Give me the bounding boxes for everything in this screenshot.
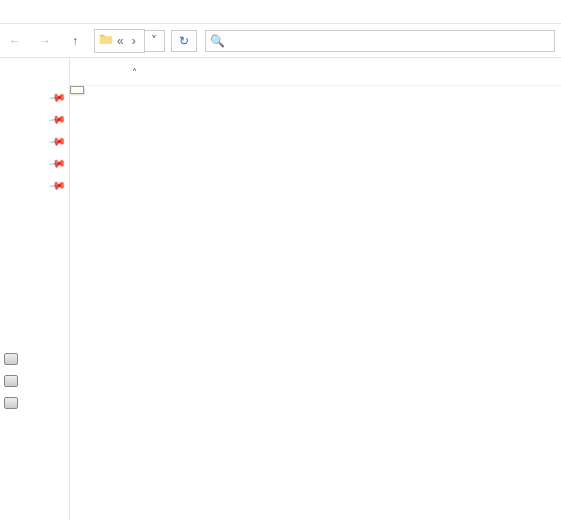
- nav-bar: ← → ↑ « › ˅ ↻ 🔍: [0, 24, 561, 58]
- ribbon-partial: [0, 0, 561, 24]
- up-button[interactable]: ↑: [62, 28, 88, 54]
- sidebar-item[interactable]: [0, 64, 69, 86]
- refresh-button[interactable]: ↻: [171, 30, 197, 52]
- pin-icon: 📌: [48, 176, 67, 195]
- sidebar-item[interactable]: 📌: [0, 130, 69, 152]
- sidebar-item[interactable]: [0, 196, 69, 218]
- search-input[interactable]: 🔍: [205, 30, 555, 52]
- forward-button[interactable]: →: [32, 28, 58, 54]
- sidebar-drive[interactable]: [0, 370, 69, 392]
- chevron-left-icon: «: [117, 34, 124, 48]
- sidebar: 📌 📌 📌 📌 📌: [0, 58, 70, 520]
- drive-icon: [4, 375, 18, 387]
- file-list-area: ˄: [70, 58, 561, 520]
- sidebar-item[interactable]: 📌: [0, 86, 69, 108]
- sidebar-item[interactable]: 📌: [0, 174, 69, 196]
- search-icon: 🔍: [210, 34, 225, 48]
- column-name[interactable]: ˄: [70, 65, 350, 79]
- sidebar-drive[interactable]: [0, 392, 69, 414]
- sort-indicator: ˄: [132, 67, 137, 78]
- back-button[interactable]: ←: [2, 28, 28, 54]
- pin-icon: 📌: [48, 132, 67, 151]
- sidebar-drive[interactable]: [0, 348, 69, 370]
- pin-icon: 📌: [48, 88, 67, 107]
- pin-icon: 📌: [48, 110, 67, 129]
- chevron-right-icon: ›: [132, 34, 136, 48]
- column-headers[interactable]: ˄: [70, 58, 561, 86]
- drive-icon: [4, 353, 18, 365]
- address-dropdown[interactable]: ˅: [145, 30, 165, 52]
- pin-icon: 📌: [48, 154, 67, 173]
- folder-icon: [99, 32, 113, 49]
- breadcrumb[interactable]: « ›: [94, 29, 145, 53]
- sidebar-item[interactable]: 📌: [0, 108, 69, 130]
- drive-icon: [4, 397, 18, 409]
- tooltip: [70, 86, 84, 94]
- sidebar-item[interactable]: 📌: [0, 152, 69, 174]
